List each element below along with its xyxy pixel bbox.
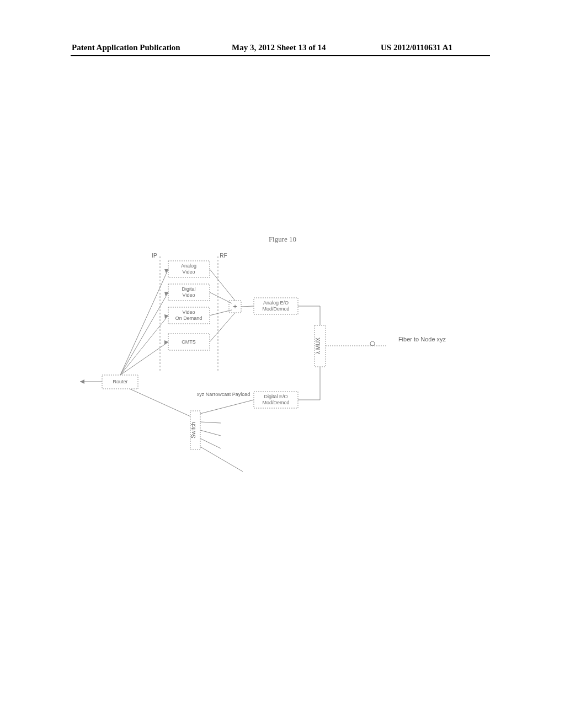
figure-title: Figure 10 <box>0 235 565 244</box>
narrowcast-label: xyz Narrowcast Payload <box>197 392 250 397</box>
ip-label: IP <box>152 253 157 259</box>
analog-eo-l2: Mod/Demod <box>262 306 289 312</box>
wire-analogeo-mux <box>298 306 320 325</box>
header-date-sheet: May 3, 2012 Sheet 13 of 14 <box>232 43 326 52</box>
cmts-label: CMTS <box>182 339 196 345</box>
wire-digital-combiner <box>210 292 232 303</box>
header-publication: Patent Application Publication <box>72 43 180 52</box>
switch-label: Switch <box>190 422 196 438</box>
fiber-label: Fiber to Node xyz <box>398 336 446 342</box>
wire-router-switch <box>130 389 190 416</box>
vod-l2: On Demand <box>175 315 202 321</box>
digital-eo-l1: Digital E/O <box>264 394 287 399</box>
rf-label: RF <box>220 253 227 259</box>
wire-switch-digitaleo <box>200 400 254 414</box>
vod-l1: Video <box>183 309 195 315</box>
digital-eo-l2: Mod/Demod <box>262 400 289 405</box>
digital-video-l1: Digital <box>182 286 195 292</box>
wire-vod-combiner <box>210 310 232 315</box>
analog-eo-l1: Analog E/O <box>263 300 289 306</box>
router-label: Router <box>113 379 127 384</box>
wire-combiner-analogeo <box>241 306 254 307</box>
switch-fan-4 <box>200 447 243 472</box>
analog-video-l1: Analog <box>181 263 196 269</box>
digital-video-l2: Video <box>183 292 195 298</box>
wire-cmts-combiner <box>210 313 235 342</box>
wire-router-digital <box>120 292 168 375</box>
wire-analog-combiner <box>210 269 235 301</box>
switch-fan-2 <box>200 430 221 436</box>
switch-fan-3 <box>200 438 221 448</box>
header-pub-number: US 2012/0110631 A1 <box>381 43 452 52</box>
header-rule <box>71 55 490 56</box>
fiber-node-icon <box>370 341 375 346</box>
wire-router-analog <box>120 269 168 375</box>
router-out-arrow <box>80 379 84 384</box>
lambda-mux-label: λ MUX <box>315 338 321 354</box>
combiner-label: + <box>233 302 237 311</box>
wire-router-vod <box>120 315 168 375</box>
diagram: IP RF Analog Video Digital Video Video O… <box>77 251 497 499</box>
analog-video-l2: Video <box>183 269 195 275</box>
switch-fan-1 <box>200 422 221 423</box>
wire-digitaleo-mux <box>298 367 320 400</box>
